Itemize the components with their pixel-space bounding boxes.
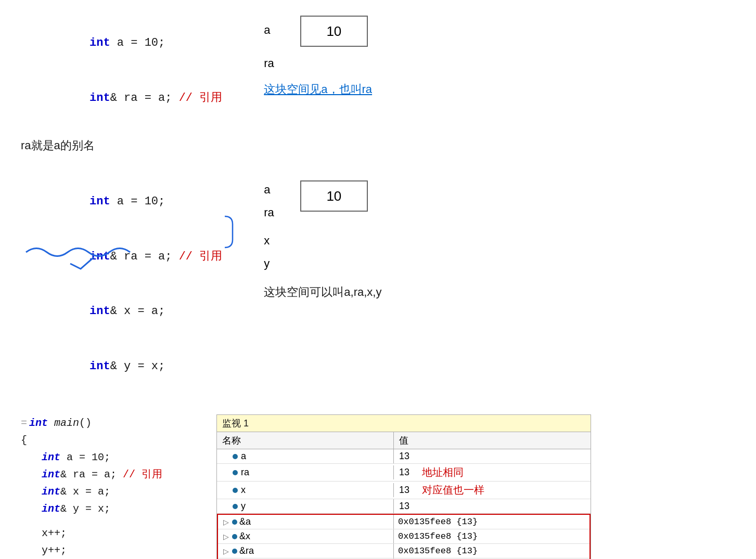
m-line4: int& y = x; <box>42 500 185 517</box>
debug-section: 监视 1 名称 值 a 13 <box>216 414 591 559</box>
debug-row-a: a 13 <box>217 449 591 464</box>
s2-line4: int& y = x; <box>21 339 222 394</box>
col-header-value: 值 <box>394 432 591 449</box>
kw-int-main: int <box>29 414 48 432</box>
dot-a <box>233 454 238 459</box>
debug-row-x: x 13 对应值也一样 <box>217 482 591 499</box>
m-line2: int& ra = a; // 引用 <box>42 466 185 483</box>
debug-panel: 监视 1 名称 值 a 13 <box>216 414 591 559</box>
line-indicator: = <box>21 414 27 432</box>
diagram-label-ra: ra <box>264 53 274 74</box>
addr-row-x: ▷ &x 0x0135fee8 {13} <box>218 529 590 544</box>
dot-addr-ra <box>232 549 237 554</box>
diagram-label-a: a <box>264 20 274 41</box>
squiggle-annotation <box>21 242 135 270</box>
diagram-box-2: 10 <box>300 180 368 212</box>
addr-row-ra: ▷ &ra 0x0135fee8 {13} <box>218 544 590 558</box>
section2: int a = 10; int& ra = a; // 引用 int& x = … <box>21 174 735 394</box>
debug-title: 监视 1 <box>217 415 591 432</box>
diagram-box-1: 10 <box>300 16 368 47</box>
kw-int: int <box>89 36 110 49</box>
s2-can-be-called: 这块空间可以叫a,ra,x,y <box>264 284 381 300</box>
section2-code: int a = 10; int& ra = a; // 引用 int& x = … <box>21 174 222 394</box>
addr-row-a: ▷ &a 0x0135fee8 {13} <box>218 515 590 529</box>
s2-label-a: a <box>264 178 274 201</box>
dot-x <box>233 488 238 493</box>
alias-text: ra就是a的别名 <box>21 138 222 153</box>
section2-diagram: a ra x y 10 这块空间可以叫a,ra,x,y <box>264 176 381 300</box>
addr-group: ▷ &a 0x0135fee8 {13} ▷ &x 0x0135fee8 {13… <box>217 514 591 559</box>
kw-int2: int <box>89 92 110 105</box>
s2-line1: int a = 10; <box>21 174 222 229</box>
m-line1: int a = 10; <box>42 449 185 466</box>
code-line-2: int& ra = a; // 引用 <box>21 71 222 126</box>
m-line5: x++; <box>42 525 185 542</box>
annotation-same-val: 对应值也一样 <box>422 483 484 497</box>
debug-row-ra: ra 13 地址相同 <box>217 464 591 482</box>
dot-addr-x <box>232 534 237 539</box>
section3: = int main() { int a = 10; int& ra = a; … <box>21 414 735 559</box>
s2-label-x: x <box>264 229 274 252</box>
comment1: // 引用 <box>179 92 223 105</box>
code-line-1: int a = 10; <box>21 16 222 71</box>
s2-label-ra: ra <box>264 201 274 224</box>
main-code: = int main() { int a = 10; int& ra = a; … <box>21 414 185 559</box>
func-name: main <box>54 417 79 429</box>
section1-annotation: 这块空间见a，也叫ra <box>264 82 372 97</box>
dot-ra <box>233 470 238 475</box>
dot-y <box>233 504 238 509</box>
s2-line3: int& x = a; <box>21 284 222 339</box>
section1: int a = 10; int& ra = a; // 引用 ra就是a的别名 … <box>21 16 735 153</box>
debug-row-y: y 13 <box>217 499 591 514</box>
section1-diagram: a ra 10 这块空间见a，也叫ra <box>264 16 372 97</box>
brace-open: { <box>21 432 185 449</box>
debug-header: 名称 值 <box>217 432 591 449</box>
blank-line1 <box>21 517 185 525</box>
m-line6: y++; <box>42 542 185 559</box>
annotation-same-addr: 地址相同 <box>422 465 464 479</box>
s2-label-y: y <box>264 252 274 275</box>
dot-addr-a <box>232 519 237 525</box>
section1-code: int a = 10; int& ra = a; // 引用 ra就是a的别名 <box>21 16 222 153</box>
m-line3: int& x = a; <box>42 483 185 500</box>
bracket-svg <box>222 214 238 250</box>
col-header-name: 名称 <box>217 432 394 449</box>
